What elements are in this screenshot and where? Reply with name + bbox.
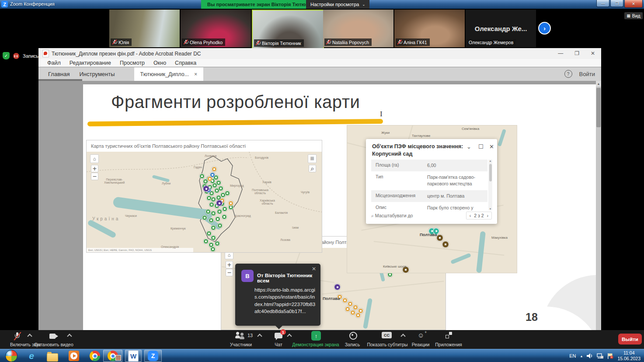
record-pause-icon[interactable]: ❚❚ [13,53,19,59]
close-icon[interactable]: ✕ [312,266,316,272]
document-scrollbar[interactable]: ▲ [596,81,601,330]
scroll-up-icon[interactable]: ▲ [596,81,601,87]
map-marker[interactable] [203,185,209,192]
taskbar-chrome[interactable] [86,350,104,362]
map-home-button[interactable]: ⌂ [90,154,99,163]
map-zoom-in-button[interactable]: + [226,261,233,268]
map-marker[interactable] [211,225,216,230]
taskbar-internet-explorer[interactable]: e [23,350,40,362]
view-button[interactable]: ▦ Вид [624,12,643,19]
map-marker[interactable] [210,172,215,178]
chat-chevron[interactable] [287,334,292,338]
map-marker[interactable] [342,298,348,303]
map-marker[interactable] [222,214,227,219]
map-marker[interactable] [205,209,211,214]
popup-scrollbar[interactable]: ▲ ▼ [488,160,492,210]
map-marker[interactable] [212,167,217,172]
taskbar-media-player[interactable] [65,350,83,362]
prev-page-icon[interactable]: ‹ [470,213,471,218]
tab-home[interactable]: Главная [38,71,79,77]
apps-button[interactable]: Приложения [427,342,470,347]
video-options-chevron[interactable] [67,334,72,338]
map-zoom-out-button[interactable]: − [91,173,98,180]
map-zoom-out-button[interactable]: − [226,269,233,276]
participant-tile[interactable]: Аліна ГК41 [394,10,465,47]
map-legend-button[interactable]: ≡ [308,154,317,163]
taskbar-word-window[interactable]: W [125,350,142,362]
map-marker[interactable] [358,308,363,313]
minimize-button[interactable]: — [596,0,609,7]
map-marker[interactable] [215,216,220,222]
map-marker[interactable] [211,211,216,216]
captions-chevron[interactable] [400,334,405,338]
map-marker[interactable] [202,215,207,220]
mic-options-chevron[interactable] [27,334,32,338]
map-marker[interactable] [222,206,227,212]
map-marker[interactable] [225,191,230,196]
language-indicator[interactable]: EN [569,353,576,359]
map-marker[interactable] [218,186,223,191]
participant-tile-active-speaker[interactable]: Вікторія Тютюнник [252,10,324,49]
map-marker[interactable] [211,197,216,202]
participants-chevron[interactable] [257,334,262,338]
speaker-icon[interactable] [587,353,593,359]
view-settings-dropdown[interactable]: Настройки просмотра ⌄ [306,0,369,9]
map-zoom-in-button[interactable]: + [91,165,98,172]
menu-file[interactable]: Файл [47,60,61,66]
map-search-button[interactable]: ⌕ [309,165,316,172]
dock-icon[interactable]: ☐ [478,143,484,150]
signin-button[interactable]: Войти [579,71,595,77]
map-marker[interactable] [217,223,223,228]
close-button[interactable]: ✕ [624,0,643,8]
map-marker[interactable] [199,174,205,179]
zoom-to-link[interactable]: ⌕ Масштабувати до [371,213,413,219]
menu-edit[interactable]: Редактирование [70,60,111,66]
close-button[interactable]: ✕ [591,50,595,56]
close-icon[interactable]: ✕ [489,143,494,150]
map-marker[interactable] [209,202,214,207]
close-tab-icon[interactable]: × [194,71,197,77]
map-marker[interactable] [345,306,350,312]
menu-window[interactable]: Окно [153,60,166,66]
map-marker[interactable] [436,234,443,241]
map-marker[interactable] [203,239,209,244]
map-marker[interactable] [348,301,353,306]
scrollbar-thumb[interactable] [596,88,601,127]
menu-view[interactable]: Просмотр [120,60,145,66]
tab-tools[interactable]: Инструменты [79,71,124,77]
restore-button[interactable]: ❐ [574,50,579,56]
map-marker[interactable] [216,200,223,206]
help-icon[interactable]: ? [564,70,572,78]
taskbar-chrome-window[interactable] [103,350,122,362]
chat-notification-popup[interactable]: B От Вікторія Тютюнник всем https://cart… [235,264,320,326]
map-marker[interactable] [442,241,449,248]
map-marker[interactable] [217,209,222,214]
taskbar-clock[interactable]: 11:04 15.06.2023 [617,350,642,362]
leave-button[interactable]: Выйти [618,334,642,345]
map-marker[interactable] [206,231,212,236]
taskbar-zoom-window[interactable]: Z [144,350,162,362]
map-marker[interactable] [353,305,358,310]
start-button[interactable] [3,350,20,362]
collapse-icon[interactable]: ⌄ [466,143,471,150]
map-marker[interactable] [211,235,216,240]
map-marker[interactable] [228,201,233,206]
participant-tile[interactable]: Olena Pryhodko [181,10,251,47]
network-icon[interactable] [597,353,603,359]
tray-expand-icon[interactable]: ▲ [580,355,583,358]
stop-video-button[interactable]: Остановить видео [32,342,76,347]
map-marker[interactable] [209,218,214,223]
minimize-button[interactable]: — [558,50,563,56]
restore-button[interactable]: ❐ [610,0,623,7]
participant-tile[interactable]: Юлія [109,10,180,47]
action-center-flag-icon[interactable]: × [607,353,613,359]
map-marker[interactable] [216,180,221,185]
participants-button[interactable]: Участники [219,342,263,347]
next-participants-button[interactable]: › [538,22,551,35]
taskbar-file-explorer[interactable] [44,350,61,362]
tab-document[interactable]: Тютюнник_Дипло... × [134,67,204,81]
map-marker[interactable] [350,310,355,315]
participant-tile-camera-off[interactable]: Олександр Же... Олександр Жемеров [466,10,536,47]
map-marker[interactable] [215,241,220,246]
participant-tile[interactable]: Nataliia Popovych [323,10,393,47]
